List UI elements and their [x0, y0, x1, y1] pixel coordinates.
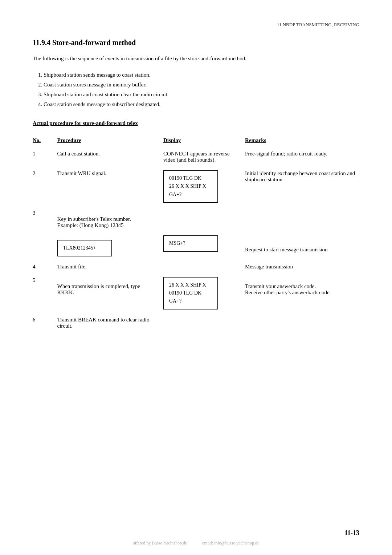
- row-remarks: Initial identity exchange between coast …: [245, 167, 359, 206]
- header-text: 11 NBDP TRANSMITTING, RECEIVING: [277, 22, 359, 27]
- table-row: 2 Transmit WRU signal. 00190 TLG DK 26 X…: [33, 167, 359, 206]
- list-item: Shipboard station and coast station clea…: [44, 90, 359, 100]
- row-no: 1: [33, 147, 57, 167]
- table-row: 5 When transmission is completed, type K…: [33, 274, 359, 313]
- page-header: 11 NBDP TRANSMITTING, RECEIVING: [33, 22, 359, 28]
- row-display: MSG+?: [163, 206, 245, 260]
- row-display: CONNECT appears in reverse video (and be…: [163, 147, 245, 167]
- row-remarks: Message transmission: [245, 260, 359, 274]
- col-header-procedure: Procedure: [57, 134, 164, 147]
- row-no: 5: [33, 274, 57, 313]
- procedure-table: No. Procedure Display Remarks 1 Call a c…: [33, 134, 359, 333]
- intro-text: The following is the sequence of events …: [33, 54, 359, 63]
- col-header-no: No.: [33, 134, 57, 147]
- row-remarks: Request to start message transmission: [245, 206, 359, 260]
- footer-left: offered by Busse-Yachtshop.de: [133, 540, 187, 546]
- row-no: 2: [33, 167, 57, 206]
- section-title: 11.9.4 Store-and-forward method: [33, 39, 359, 47]
- row-display: 26 X X X SHIP X 00190 TLG DK GA+?: [163, 274, 245, 313]
- row-display: [163, 313, 245, 333]
- list-item: Shipboard station sends message to coast…: [44, 70, 359, 80]
- row-no: 3: [33, 206, 57, 260]
- row-remarks: Transmit your answerback code. Receive o…: [245, 274, 359, 313]
- table-row: 3 Key in subscriber's Telex number. Exam…: [33, 206, 359, 260]
- table-row: 6 Transmit BREAK command to clear radio …: [33, 313, 359, 333]
- page-number: 11-13: [344, 529, 359, 537]
- steps-list: Shipboard station sends message to coast…: [44, 70, 359, 109]
- list-item: Coast station sends message to subscribe…: [44, 100, 359, 109]
- row-procedure: Transmit BREAK command to clear radio ci…: [57, 313, 164, 333]
- row-no: 4: [33, 260, 57, 274]
- subsection-title: Actual procedure for store-and-forward t…: [33, 120, 359, 126]
- row-procedure: Transmit file.: [57, 260, 164, 274]
- table-row: 1 Call a coast station. CONNECT appears …: [33, 147, 359, 167]
- display-box: 00190 TLG DK 26 X X X SHIP X GA+?: [163, 170, 218, 203]
- row-remarks: Free-signal found; radio circuit ready.: [245, 147, 359, 167]
- row-display: 00190 TLG DK 26 X X X SHIP X GA+?: [163, 167, 245, 206]
- col-header-display: Display: [163, 134, 245, 147]
- table-row: 4 Transmit file. Message transmission: [33, 260, 359, 274]
- row-no: 6: [33, 313, 57, 333]
- col-header-remarks: Remarks: [245, 134, 359, 147]
- row-procedure: Key in subscriber's Telex number. Exampl…: [57, 206, 164, 260]
- row-display: [163, 260, 245, 274]
- display-box: MSG+?: [163, 235, 218, 251]
- display-box-left: TLX80212345+: [57, 240, 112, 256]
- row-remarks: [245, 313, 359, 333]
- footer-right: email: info@busse-yachtshop.de: [202, 540, 259, 546]
- list-item: Coast station stores message in memory b…: [44, 80, 359, 90]
- row-procedure: Call a coast station.: [57, 147, 164, 167]
- row-procedure: When transmission is completed, type KKK…: [57, 274, 164, 313]
- page: 11 NBDP TRANSMITTING, RECEIVING 11.9.4 S…: [0, 0, 392, 555]
- row-procedure: Transmit WRU signal.: [57, 167, 164, 206]
- footer: offered by Busse-Yachtshop.de email: inf…: [0, 540, 392, 546]
- display-box: 26 X X X SHIP X 00190 TLG DK GA+?: [163, 277, 218, 309]
